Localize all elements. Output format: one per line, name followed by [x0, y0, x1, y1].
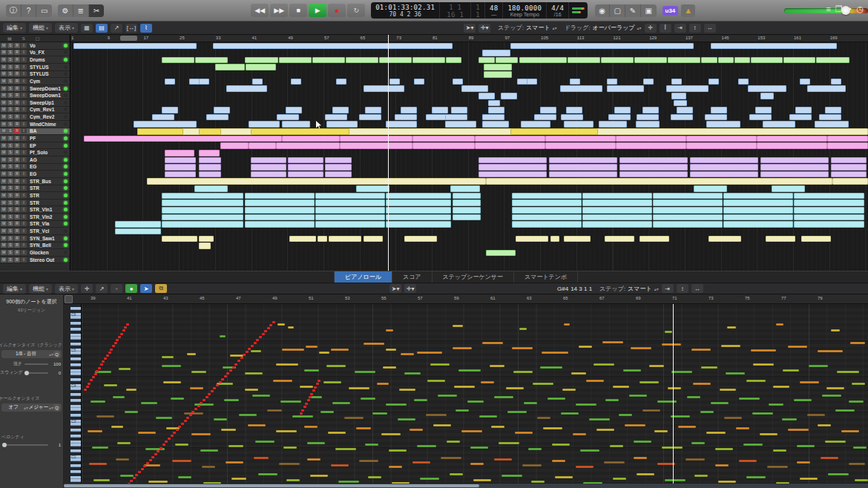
region[interactable]: Reverse — [671, 114, 693, 121]
automation-icon[interactable]: ↗ — [111, 24, 122, 33]
region[interactable]: 浜崎あゆみ Voyage (Acappella).7 ① — [510, 43, 694, 50]
midi-note[interactable] — [273, 380, 292, 382]
region[interactable]: Reverse — [608, 114, 631, 121]
region[interactable]: Reve — [566, 107, 582, 113]
midi-note[interactable] — [323, 381, 341, 383]
region[interactable]: Sw — [488, 100, 500, 107]
track-row[interactable]: MSRISTR — [0, 185, 70, 193]
midi-note[interactable] — [433, 424, 451, 426]
record-enable-button[interactable]: R — [14, 185, 20, 191]
region[interactable]: PF — [475, 142, 545, 149]
midi-note[interactable] — [726, 372, 745, 375]
mute-button[interactable]: M — [1, 171, 7, 177]
region[interactable]: EG — [549, 171, 617, 178]
midi-note[interactable] — [657, 400, 677, 403]
track-row[interactable]: MSRISweepUp1 — [0, 99, 70, 107]
input-monitor-button[interactable]: I — [21, 143, 27, 148]
midi-note-selected[interactable] — [160, 447, 162, 449]
region[interactable]: Drums — [568, 57, 600, 64]
region[interactable]: Reve — [825, 107, 841, 113]
region[interactable]: EG — [619, 171, 688, 178]
midi-note[interactable] — [604, 461, 625, 464]
region[interactable]: AG — [199, 157, 221, 164]
arrange-view-menu[interactable]: 表示▾ — [55, 23, 78, 33]
region[interactable]: Reve — [755, 107, 772, 113]
region[interactable]: Drums — [245, 57, 278, 64]
midi-note-selected[interactable] — [213, 387, 216, 389]
midi-note[interactable] — [417, 352, 442, 354]
midi-note-selected[interactable] — [200, 402, 203, 404]
region[interactable]: EG — [251, 164, 286, 171]
input-monitor-button[interactable]: I — [21, 71, 27, 76]
region[interactable]: SYN_Saw1 — [605, 236, 634, 243]
solo-button[interactable]: S — [7, 128, 13, 133]
midi-note[interactable] — [623, 369, 641, 372]
region[interactable]: Dru — [701, 57, 717, 64]
midi-note-selected[interactable] — [168, 438, 171, 440]
horizontal-scrollbar[interactable] — [64, 484, 868, 488]
track-row[interactable]: MSRISweepDown1 — [0, 85, 70, 93]
strength-slider[interactable] — [24, 363, 48, 365]
region[interactable]: STR — [653, 200, 723, 206]
region[interactable]: STR — [245, 221, 315, 228]
help-icon[interactable]: ? — [22, 4, 37, 17]
input-monitor-button[interactable]: I — [21, 257, 27, 263]
region[interactable]: Cy — [517, 79, 527, 85]
solo-button[interactable]: S — [7, 57, 13, 62]
region[interactable]: EG — [325, 164, 352, 171]
region[interactable]: STR — [794, 214, 864, 221]
midi-note[interactable] — [320, 411, 334, 413]
midi-note[interactable] — [855, 479, 868, 481]
region[interactable]: Drums — [346, 57, 378, 64]
midi-note[interactable] — [637, 473, 654, 475]
midi-note[interactable] — [414, 399, 427, 401]
input-monitor-button[interactable]: I — [21, 185, 27, 191]
midi-note[interactable] — [361, 398, 375, 400]
solo-button[interactable]: S — [7, 136, 13, 141]
text-tool-icon[interactable]: Ⅰ — [660, 24, 671, 33]
record-enable-button[interactable]: R — [14, 214, 20, 220]
midi-note[interactable] — [426, 414, 447, 416]
midi-note[interactable] — [718, 481, 736, 483]
midi-note[interactable] — [389, 466, 402, 468]
midi-note[interactable] — [328, 432, 346, 434]
region[interactable]: EG — [619, 164, 688, 171]
stop-button[interactable]: ■ — [289, 4, 307, 17]
midi-note[interactable] — [144, 464, 160, 466]
midi-note[interactable] — [162, 356, 174, 358]
solo-button[interactable]: S — [7, 207, 13, 212]
midi-note[interactable] — [279, 463, 300, 465]
region[interactable]: STR — [315, 200, 385, 206]
mute-button[interactable]: M — [1, 200, 7, 205]
region[interactable]: Reve — [614, 107, 631, 113]
midi-note-selected[interactable] — [251, 345, 254, 347]
region[interactable]: Reve — [332, 107, 349, 113]
midi-note[interactable] — [386, 329, 393, 332]
input-monitor-button[interactable]: I — [21, 200, 27, 205]
scale-apply-button[interactable]: Q — [53, 404, 60, 411]
region[interactable]: TFR_fx_crash_n — [364, 85, 404, 92]
input-monitor-button[interactable]: I — [21, 128, 27, 133]
region[interactable]: Cy — [165, 79, 175, 85]
midi-note[interactable] — [634, 441, 651, 443]
track-row[interactable]: MSRIVo — [0, 42, 70, 50]
midi-note[interactable] — [458, 369, 481, 372]
solo-button[interactable]: S — [7, 71, 13, 76]
midi-note[interactable] — [399, 389, 415, 391]
mute-button[interactable]: M — [1, 236, 7, 241]
midi-note[interactable] — [148, 481, 168, 483]
region[interactable]: PF — [475, 136, 545, 142]
midi-note[interactable] — [386, 403, 407, 406]
region[interactable]: Chime.4 ① — [386, 121, 417, 128]
region[interactable]: Drums — [601, 57, 634, 64]
midi-note[interactable] — [502, 475, 522, 477]
midi-note[interactable] — [226, 461, 243, 464]
record-enable-button[interactable]: R — [14, 150, 20, 155]
mute-button[interactable]: M — [1, 43, 7, 48]
midi-note[interactable] — [788, 346, 807, 348]
record-enable-button[interactable]: R — [14, 207, 20, 212]
midi-note-selected[interactable] — [120, 333, 123, 335]
midi-note[interactable] — [171, 398, 184, 400]
region[interactable]: SY — [318, 236, 327, 243]
region[interactable]: 浜崎あゆみ Voya — [482, 50, 510, 56]
